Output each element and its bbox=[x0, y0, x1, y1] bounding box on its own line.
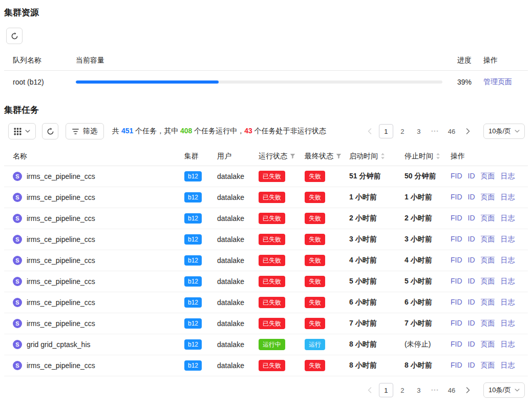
page-button-1[interactable]: 1 bbox=[379, 383, 393, 397]
cluster-badge: b12 bbox=[184, 318, 202, 329]
chevron-left-icon bbox=[368, 387, 372, 393]
page-ellipsis[interactable]: ••• bbox=[428, 124, 442, 138]
user-name: datalake bbox=[212, 256, 253, 265]
tasks-summary: 共 451 个任务，其中 408 个任务运行中，43 个任务处于非运行状态 bbox=[112, 127, 326, 136]
page-button-2[interactable]: 2 bbox=[395, 383, 410, 397]
page-button-3[interactable]: 3 bbox=[412, 124, 426, 138]
task-name: irms_ce_pipeline_ccs bbox=[27, 256, 95, 265]
id-link[interactable]: ID bbox=[468, 256, 475, 265]
user-name: datalake bbox=[212, 361, 253, 370]
fid-link[interactable]: FID bbox=[451, 256, 462, 265]
page-link[interactable]: 页面 bbox=[481, 235, 495, 244]
page-size-select[interactable]: 10条/页 bbox=[483, 124, 525, 139]
fid-link[interactable]: FID bbox=[451, 319, 462, 328]
fid-link[interactable]: FID bbox=[451, 361, 462, 370]
id-link[interactable]: ID bbox=[468, 319, 475, 328]
fid-link[interactable]: FID bbox=[451, 193, 462, 202]
final-status-badge: 运行 bbox=[305, 339, 325, 350]
log-link[interactable]: 日志 bbox=[501, 172, 515, 181]
page-link[interactable]: 页面 bbox=[481, 193, 495, 202]
next-page-button[interactable] bbox=[461, 383, 475, 397]
page-ellipsis[interactable]: ••• bbox=[428, 383, 442, 397]
run-status-badge: 已失败 bbox=[259, 297, 285, 308]
id-link[interactable]: ID bbox=[468, 361, 475, 370]
page-button-46[interactable]: 46 bbox=[444, 383, 459, 397]
prev-page-button[interactable] bbox=[363, 124, 377, 138]
sorter-icon[interactable] bbox=[380, 153, 385, 159]
id-link[interactable]: ID bbox=[468, 298, 475, 307]
page-button-3[interactable]: 3 bbox=[412, 383, 426, 397]
stop-time: 5 小时前 bbox=[399, 277, 445, 286]
resources-refresh-button[interactable] bbox=[6, 28, 23, 44]
col-header-final-status: 最终状态 bbox=[300, 152, 344, 161]
log-link[interactable]: 日志 bbox=[501, 319, 515, 328]
start-time: 3 小时前 bbox=[344, 235, 399, 244]
run-status-badge: 已失败 bbox=[259, 234, 285, 245]
fid-link[interactable]: FID bbox=[451, 298, 462, 307]
avatar: S bbox=[13, 193, 22, 202]
user-name: datalake bbox=[212, 172, 253, 180]
fid-link[interactable]: FID bbox=[451, 340, 462, 349]
id-link[interactable]: ID bbox=[468, 172, 475, 181]
log-link[interactable]: 日志 bbox=[501, 277, 515, 286]
id-link[interactable]: ID bbox=[468, 340, 475, 349]
log-link[interactable]: 日志 bbox=[501, 214, 515, 223]
user-name: datalake bbox=[212, 277, 253, 286]
nonrunning-count: 43 bbox=[244, 127, 252, 135]
page-link[interactable]: 页面 bbox=[481, 277, 495, 286]
column-settings-dropdown[interactable] bbox=[8, 123, 36, 139]
page-size-select[interactable]: 10条/页 bbox=[483, 382, 525, 398]
log-link[interactable]: 日志 bbox=[501, 340, 515, 349]
final-status-badge: 失败 bbox=[305, 213, 325, 224]
filter-funnel-icon[interactable] bbox=[290, 153, 295, 159]
task-name: irms_ce_pipeline_ccs bbox=[27, 172, 95, 180]
id-link[interactable]: ID bbox=[468, 214, 475, 223]
table-row: S irms_ce_pipeline_ccs b12 datalake 已失败 … bbox=[4, 250, 528, 271]
avatar: S bbox=[13, 361, 22, 370]
sorter-icon[interactable] bbox=[436, 153, 440, 159]
filter-button[interactable]: 筛选 bbox=[66, 123, 104, 139]
col-header-start-time: 启动时间 bbox=[344, 152, 399, 161]
chevron-left-icon bbox=[368, 128, 372, 134]
log-link[interactable]: 日志 bbox=[501, 256, 515, 265]
page-link[interactable]: 页面 bbox=[481, 298, 495, 307]
total-count: 451 bbox=[121, 127, 133, 135]
page-link[interactable]: 页面 bbox=[481, 256, 495, 265]
id-link[interactable]: ID bbox=[468, 193, 475, 202]
page-link[interactable]: 页面 bbox=[481, 319, 495, 328]
filter-button-label: 筛选 bbox=[83, 127, 97, 136]
id-link[interactable]: ID bbox=[468, 235, 475, 244]
tasks-refresh-button[interactable] bbox=[42, 123, 58, 139]
user-name: datalake bbox=[212, 340, 253, 349]
id-link[interactable]: ID bbox=[468, 277, 475, 286]
col-header-action: 操作 bbox=[445, 152, 528, 161]
page-link[interactable]: 页面 bbox=[481, 214, 495, 223]
table-row: S irms_ce_pipeline_ccs b12 datalake 已失败 … bbox=[4, 208, 528, 229]
log-link[interactable]: 日志 bbox=[501, 361, 515, 370]
fid-link[interactable]: FID bbox=[451, 277, 462, 286]
log-link[interactable]: 日志 bbox=[501, 193, 515, 202]
run-status-badge: 已失败 bbox=[259, 171, 285, 182]
log-link[interactable]: 日志 bbox=[501, 235, 515, 244]
avatar: S bbox=[13, 235, 22, 244]
final-status-badge: 失败 bbox=[305, 234, 325, 245]
page-size-label: 10条/页 bbox=[488, 386, 511, 395]
page-button-2[interactable]: 2 bbox=[395, 124, 410, 138]
task-name: grid grid_cptask_his bbox=[27, 340, 91, 349]
page-link[interactable]: 页面 bbox=[481, 172, 495, 181]
fid-link[interactable]: FID bbox=[451, 172, 462, 181]
page-button-46[interactable]: 46 bbox=[444, 124, 459, 138]
manage-page-link[interactable]: 管理页面 bbox=[483, 77, 512, 86]
fid-link[interactable]: FID bbox=[451, 214, 462, 223]
page-button-1[interactable]: 1 bbox=[379, 124, 393, 138]
log-link[interactable]: 日志 bbox=[501, 298, 515, 307]
run-status-badge: 已失败 bbox=[259, 192, 285, 203]
next-page-button[interactable] bbox=[461, 124, 475, 138]
fid-link[interactable]: FID bbox=[451, 235, 462, 244]
page-link[interactable]: 页面 bbox=[481, 361, 495, 370]
task-name: irms_ce_pipeline_ccs bbox=[27, 193, 95, 201]
filter-funnel-icon[interactable] bbox=[336, 153, 342, 159]
prev-page-button[interactable] bbox=[363, 383, 377, 397]
page-link[interactable]: 页面 bbox=[481, 340, 495, 349]
final-status-badge: 失败 bbox=[305, 297, 325, 308]
